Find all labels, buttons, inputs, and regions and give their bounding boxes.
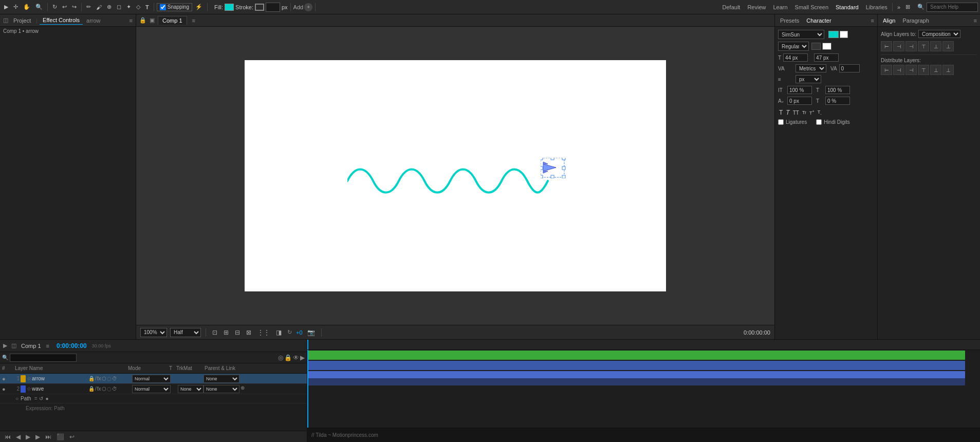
tool-text[interactable]: T <box>143 3 151 11</box>
align-target-select[interactable]: Composition Selection Layer <box>918 30 960 38</box>
tab-comp1[interactable]: Comp 1 <box>158 16 187 25</box>
align-menu[interactable]: ≡ <box>974 17 977 24</box>
dist-right-btn[interactable]: ⊣ <box>905 65 917 75</box>
guides-btn[interactable]: ⊟ <box>233 328 242 337</box>
tl-loop[interactable]: ↩ <box>68 433 76 441</box>
layer-1-time[interactable]: ⏱ <box>112 376 117 381</box>
layer-2-3d[interactable]: ⬡ <box>102 386 106 392</box>
layer-1-parent-select[interactable]: None <box>204 375 239 383</box>
quality-select[interactable]: Half Full Quarter <box>170 328 201 337</box>
tool-rotate[interactable]: ↻ <box>50 3 59 11</box>
tab-presets[interactable]: Presets <box>778 16 801 25</box>
indent-select[interactable]: px <box>796 75 821 83</box>
tl-expand-icon[interactable]: ▶ <box>3 342 7 349</box>
add-icon[interactable]: + <box>304 3 312 11</box>
layer-2-collapse[interactable]: / <box>95 386 97 392</box>
tool-clone[interactable]: ⊕ <box>105 3 114 11</box>
tl-first-frame[interactable]: ⏮ <box>3 433 12 441</box>
path-expr[interactable]: ● <box>45 396 48 401</box>
stroke-color-swatch[interactable] <box>255 4 264 11</box>
search-input[interactable] <box>927 3 978 12</box>
style-italic[interactable]: T <box>785 108 790 117</box>
layer-1-collapse[interactable]: / <box>95 376 97 381</box>
tool-arrow[interactable]: ▶ <box>2 3 10 11</box>
dist-center-v-btn[interactable]: ⊥ <box>930 65 941 75</box>
style-all-caps[interactable]: TT <box>792 108 800 117</box>
ligatures-checkbox[interactable] <box>778 119 784 125</box>
tab-project[interactable]: Project <box>10 16 34 25</box>
ws-standard[interactable]: Standard <box>834 3 861 11</box>
style-small-caps[interactable]: Tr <box>801 108 807 117</box>
layer-2-parent-select[interactable]: None <box>204 385 239 393</box>
path-equals[interactable]: = <box>34 396 38 401</box>
tool-pen[interactable]: ✏ <box>84 3 93 11</box>
grid-btn[interactable]: ⊞ <box>222 328 230 337</box>
font-size-input[interactable] <box>783 53 808 62</box>
font-color-white[interactable] <box>840 31 848 38</box>
tool-brush[interactable]: 🖌 <box>94 3 104 11</box>
layer-1-3d[interactable]: ⬡ <box>102 376 106 381</box>
align-right-btn[interactable]: ⊣ <box>905 41 917 51</box>
align-center-h-btn[interactable]: ⊣ <box>893 41 904 51</box>
tl-render-btn[interactable]: ▶ <box>300 354 305 361</box>
snapping-checkbox[interactable] <box>160 4 166 10</box>
dist-left-btn[interactable]: ⊢ <box>881 65 892 75</box>
tl-play[interactable]: ▶ <box>24 433 32 441</box>
hindi-digits-checkbox[interactable] <box>816 119 822 125</box>
tl-ruler[interactable]: 0s 01s 02s 03s 04s 05s 06s 07s 08s 09s 1… <box>307 340 980 350</box>
tracking-input[interactable] <box>839 64 860 72</box>
roi-btn[interactable]: ⊡ <box>211 328 219 337</box>
vert-scale-input[interactable] <box>787 86 812 94</box>
tool-shape[interactable]: ◇ <box>134 3 142 11</box>
layer-row-2[interactable]: ● 2 ☆ wave 🔒 / fx ⬡ ◌ ⏱ Normal Add <box>0 384 307 394</box>
tl-shy-btn[interactable]: 👁 <box>293 354 299 361</box>
tool-undo[interactable]: ↩ <box>60 3 69 11</box>
layer-2-lock[interactable]: 🔒 <box>88 386 95 392</box>
layer-2-solo[interactable]: ☆ <box>27 386 32 392</box>
layer-1-lock[interactable]: 🔒 <box>88 376 95 381</box>
tool-select[interactable]: ✢ <box>11 3 20 11</box>
ws-libraries[interactable]: Libraries <box>864 3 890 11</box>
font-color-swatch[interactable] <box>828 31 839 38</box>
layer-2-effects[interactable]: fx <box>97 386 101 392</box>
tsume-input[interactable] <box>825 97 850 105</box>
layer-2-time[interactable]: ⏱ <box>112 386 117 392</box>
snap-canvas-btn[interactable]: ⋮⋮ <box>256 328 271 337</box>
ws-default[interactable]: Default <box>720 3 743 11</box>
font-stroke-color[interactable] <box>822 43 831 50</box>
stroke-width-input[interactable] <box>266 3 280 12</box>
comp-menu[interactable]: ≡ <box>192 17 195 24</box>
align-center-v-btn[interactable]: ⊥ <box>930 41 941 51</box>
font-style-select[interactable]: Regular Bold Italic <box>778 42 809 51</box>
tab-paragraph[interactable]: Paragraph <box>900 16 931 25</box>
font-color-2[interactable] <box>811 43 821 50</box>
style-super[interactable]: T+ <box>808 108 816 117</box>
snapshot-btn[interactable]: 📷 <box>306 328 317 337</box>
more-tools[interactable]: » <box>895 3 902 11</box>
tl-timecode[interactable]: 0:00:00:00 <box>57 342 87 349</box>
layer-2-mode-select[interactable]: Normal Add <box>132 385 171 393</box>
align-bottom-btn[interactable]: ⊥ <box>942 41 954 51</box>
style-sub[interactable]: T- <box>817 108 823 117</box>
line-height-input[interactable] <box>814 53 839 62</box>
fill-color-swatch[interactable] <box>225 4 234 11</box>
tab-character[interactable]: Character <box>804 16 833 25</box>
ws-learn[interactable]: Learn <box>771 3 789 11</box>
layer-1-solo[interactable]: ☆ <box>27 376 32 381</box>
tl-bar-path[interactable] <box>307 371 965 378</box>
character-menu[interactable]: ≡ <box>871 17 874 24</box>
tl-prev-frame[interactable]: ◀ <box>14 433 22 441</box>
tool-zoom[interactable]: 🔍 <box>33 3 45 11</box>
layer-2-trkmat-select[interactable]: None <box>178 385 204 393</box>
eye-icon-1[interactable]: ● <box>2 376 6 382</box>
responsive-design[interactable]: ⊞ <box>903 3 912 11</box>
tool-eraser[interactable]: ◻ <box>115 3 123 11</box>
dist-bottom-btn[interactable]: ⊥ <box>942 65 954 75</box>
style-bold[interactable]: T <box>778 108 784 117</box>
layer-1-motion[interactable]: ◌ <box>107 376 112 381</box>
layer-2-link-icon[interactable]: ⊕ <box>241 385 245 393</box>
transparency-btn[interactable]: ◨ <box>274 328 283 337</box>
align-left-btn[interactable]: ⊢ <box>881 41 892 51</box>
layer-1-effects[interactable]: fx <box>97 376 101 381</box>
tl-last-frame[interactable]: ⏭ <box>44 433 53 441</box>
